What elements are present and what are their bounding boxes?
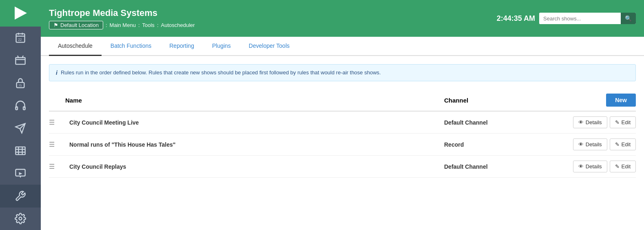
page-area: Autoschedule Batch Functions Reporting P…: [41, 37, 644, 230]
tab-reporting[interactable]: Reporting: [160, 37, 203, 56]
drag-handle-icon: ☰: [49, 163, 55, 170]
drag-handle-1[interactable]: ☰: [49, 118, 65, 126]
edit-button-2[interactable]: ✎ Edit: [610, 138, 636, 150]
new-button[interactable]: New: [606, 94, 636, 107]
binoculars-icon-1: 👁: [578, 119, 584, 125]
breadcrumb-main-menu[interactable]: Main Menu: [110, 22, 136, 28]
col-actions-header: New: [546, 94, 636, 107]
info-banner-text: Rules run in the order defined below. Ru…: [61, 69, 381, 76]
svg-rect-14: [15, 147, 25, 155]
separator-3: :: [157, 22, 159, 28]
search-box: 🔍: [539, 13, 636, 24]
tab-batch-functions[interactable]: Batch Functions: [102, 37, 160, 56]
sidebar-item-calendar[interactable]: 22: [0, 27, 41, 49]
separator-2: :: [138, 22, 140, 28]
svg-rect-11: [23, 107, 25, 110]
row-actions-1: 👁 Details ✎ Edit: [546, 116, 636, 128]
row-channel-3: Default Channel: [444, 163, 546, 170]
tab-plugins[interactable]: Plugins: [203, 37, 240, 56]
header: Tightrope Media Systems ⚑ Default Locati…: [41, 0, 644, 37]
location-icon: ⚑: [53, 22, 58, 28]
tabs: Autoschedule Batch Functions Reporting P…: [41, 37, 644, 56]
main-content: Tightrope Media Systems ⚑ Default Locati…: [41, 0, 644, 230]
location-button[interactable]: ⚑ Default Location: [49, 21, 103, 29]
row-name-2: Normal runs of "This House Has Tales": [65, 141, 444, 148]
table-row: ☰ City Council Meeting Live Default Chan…: [49, 112, 636, 134]
binoculars-icon-2: 👁: [578, 141, 584, 147]
details-button-1[interactable]: 👁 Details: [573, 116, 607, 128]
svg-rect-6: [15, 58, 25, 64]
svg-marker-21: [19, 172, 22, 175]
table-row: ☰ City Council Replays Default Channel 👁…: [49, 156, 636, 178]
tab-autoschedule[interactable]: Autoschedule: [49, 37, 102, 56]
table-row: ☰ Normal runs of "This House Has Tales" …: [49, 134, 636, 156]
row-name-3: City Council Replays: [65, 163, 444, 170]
sidebar-item-send[interactable]: [0, 117, 41, 139]
drag-handle-3[interactable]: ☰: [49, 163, 65, 170]
edit-icon-3: ✎: [615, 163, 620, 170]
row-channel-1: Default Channel: [444, 119, 546, 126]
header-left: Tightrope Media Systems ⚑ Default Locati…: [49, 8, 195, 29]
row-name-1: City Council Meeting Live: [65, 119, 444, 126]
table-container: Name Channel New ☰ City Council Meeting …: [41, 85, 644, 182]
drag-handle-icon: ☰: [49, 141, 55, 148]
sidebar-item-lock[interactable]: 75: [0, 71, 41, 94]
svg-marker-0: [15, 7, 27, 20]
search-input[interactable]: [539, 13, 621, 24]
tab-developer-tools[interactable]: Developer Tools: [240, 37, 299, 56]
row-channel-2: Record: [444, 141, 546, 148]
sidebar-item-monitor[interactable]: [0, 162, 41, 185]
svg-text:22: 22: [18, 38, 22, 42]
binoculars-icon-3: 👁: [578, 163, 584, 170]
app-logo[interactable]: [0, 0, 41, 27]
edit-button-3[interactable]: ✎ Edit: [610, 161, 636, 172]
table-header: Name Channel New: [49, 89, 636, 112]
sidebar-item-wrench[interactable]: [0, 185, 41, 207]
breadcrumb-tools[interactable]: Tools: [142, 22, 155, 28]
edit-icon-2: ✎: [615, 141, 620, 147]
row-actions-2: 👁 Details ✎ Edit: [546, 138, 636, 150]
svg-marker-20: [20, 176, 22, 178]
row-actions-3: 👁 Details ✎ Edit: [546, 161, 636, 172]
sidebar-item-headset[interactable]: [0, 94, 41, 117]
header-right: 2:44:35 AM 🔍: [497, 13, 636, 24]
sidebar-item-film[interactable]: [0, 139, 41, 162]
svg-rect-19: [15, 169, 25, 176]
breadcrumb: ⚑ Default Location : Main Menu : Tools :…: [49, 21, 195, 29]
edit-icon-1: ✎: [615, 119, 620, 125]
app-title: Tightrope Media Systems: [49, 8, 195, 18]
sidebar-item-gear[interactable]: [0, 208, 41, 230]
col-channel-header: Channel: [444, 97, 546, 104]
info-icon: i: [56, 69, 58, 76]
time-display: 2:44:35 AM: [497, 14, 535, 23]
breadcrumb-current: Autoscheduler: [161, 22, 195, 28]
svg-point-22: [19, 217, 22, 220]
details-button-2[interactable]: 👁 Details: [573, 138, 607, 150]
sidebar: 22 75: [0, 0, 41, 230]
search-button[interactable]: 🔍: [621, 13, 636, 24]
drag-handle-2[interactable]: ☰: [49, 141, 65, 148]
svg-text:75: 75: [18, 84, 22, 87]
col-name-header: Name: [65, 97, 444, 104]
sidebar-item-media[interactable]: [0, 49, 41, 71]
separator-1: :: [106, 22, 107, 28]
location-label: Default Location: [60, 22, 99, 28]
edit-button-1[interactable]: ✎ Edit: [610, 116, 636, 128]
info-banner: i Rules run in the order defined below. …: [49, 64, 636, 81]
details-button-3[interactable]: 👁 Details: [573, 161, 607, 172]
drag-handle-icon: ☰: [49, 119, 55, 126]
